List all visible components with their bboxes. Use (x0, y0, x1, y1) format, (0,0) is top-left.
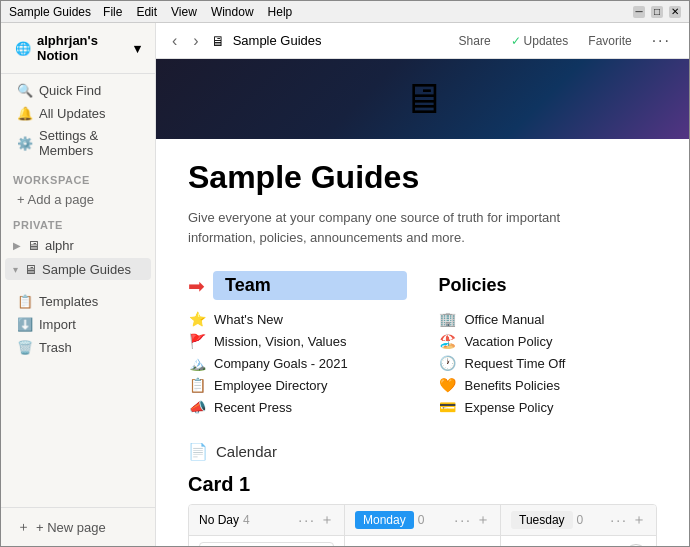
new-page-label: + New page (36, 520, 106, 535)
team-item-whats-new[interactable]: ⭐ What's New (188, 308, 407, 330)
share-button[interactable]: Share (453, 31, 497, 51)
maximize-button[interactable]: □ (651, 6, 663, 18)
sidebar-item-sample-guides[interactable]: ▾ 🖥 Sample Guides (5, 258, 151, 280)
no-day-more-button[interactable]: ··· (298, 512, 316, 528)
sidebar-item-settings[interactable]: ⚙️ Settings & Members (5, 125, 151, 161)
add-page-button[interactable]: + Add a page (5, 189, 151, 210)
kanban-col-no-day: No Day 4 ··· ＋ Card 2 (189, 505, 345, 546)
sidebar: 🌐 alphrjan's Notion ▾ 🔍 Quick Find 🔔 All… (1, 23, 156, 546)
all-updates-label: All Updates (39, 106, 105, 121)
new-page-button[interactable]: ＋ + New page (9, 514, 147, 540)
whats-new-label: What's New (214, 312, 283, 327)
import-label: Import (39, 317, 76, 332)
policies-heading: Policies (439, 271, 507, 300)
menu-edit[interactable]: Edit (136, 5, 157, 19)
tuesday-count: 0 (577, 513, 584, 527)
team-heading: Team (213, 271, 407, 300)
back-button[interactable]: ‹ (168, 30, 181, 52)
hero-banner: 🖥 (156, 59, 689, 139)
sidebar-item-quick-find[interactable]: 🔍 Quick Find (5, 79, 151, 101)
menu-bar: File Edit View Window Help (103, 5, 292, 19)
sidebar-item-templates[interactable]: 📋 Templates (5, 290, 151, 312)
search-icon: 🔍 (17, 82, 33, 98)
kanban-col-no-day-header: No Day 4 ··· ＋ (189, 505, 344, 536)
policy-item-benefits[interactable]: 🧡 Benefits Policies (439, 374, 658, 396)
more-button[interactable]: ··· (646, 29, 677, 53)
updates-button[interactable]: ✓ Updates (505, 31, 575, 51)
menu-window[interactable]: Window (211, 5, 254, 19)
team-item-employee-directory[interactable]: 📋 Employee Directory (188, 374, 407, 396)
chevron-down-icon: ▾ (134, 41, 141, 56)
sidebar-item-import[interactable]: ⬇️ Import (5, 313, 151, 335)
menu-file[interactable]: File (103, 5, 122, 19)
menu-help[interactable]: Help (268, 5, 293, 19)
forward-button[interactable]: › (189, 30, 202, 52)
recent-press-label: Recent Press (214, 400, 292, 415)
clipboard-icon: 📋 (188, 377, 206, 393)
minimize-button[interactable]: ─ (633, 6, 645, 18)
megaphone-icon: 📣 (188, 399, 206, 415)
team-column: ➡ Team ⭐ What's New 🚩 Mission, Vision, V… (188, 271, 407, 418)
trash-label: Trash (39, 340, 72, 355)
workspace-name[interactable]: 🌐 alphrjan's Notion ▾ (9, 29, 147, 67)
page-content: 🖥 Sample Guides Give everyone at your co… (156, 59, 689, 546)
page-icon-alphr: 🖥 (25, 237, 41, 253)
team-items-list: ⭐ What's New 🚩 Mission, Vision, Values 🏔… (188, 308, 407, 418)
team-item-mission[interactable]: 🚩 Mission, Vision, Values (188, 330, 407, 352)
templates-label: Templates (39, 294, 98, 309)
team-item-recent-press[interactable]: 📣 Recent Press (188, 396, 407, 418)
benefits-label: Benefits Policies (465, 378, 560, 393)
team-item-goals[interactable]: 🏔️ Company Goals - 2021 (188, 352, 407, 374)
sidebar-item-alphr[interactable]: ▶ 🖥 alphr (5, 234, 151, 256)
employee-directory-label: Employee Directory (214, 378, 327, 393)
arrow-right-icon: ➡ (188, 274, 205, 298)
sidebar-item-all-updates[interactable]: 🔔 All Updates (5, 102, 151, 124)
template-icon: 📋 (17, 293, 33, 309)
tuesday-more-button[interactable]: ··· (610, 512, 628, 528)
policy-item-office[interactable]: 🏢 Office Manual (439, 308, 658, 330)
close-button[interactable]: ✕ (669, 6, 681, 18)
monday-title: Monday (355, 511, 414, 529)
tuesday-title: Tuesday (511, 511, 573, 529)
card-section-title: Card 1 (188, 473, 657, 496)
two-col-section: ➡ Team ⭐ What's New 🚩 Mission, Vision, V… (188, 271, 657, 418)
tuesday-add-button[interactable]: ＋ (632, 511, 646, 529)
computer-icon: 🖥 (402, 75, 444, 123)
calendar-header: 📄 Calendar (188, 442, 657, 461)
monday-add-button[interactable]: ＋ (476, 511, 490, 529)
sidebar-top: 🌐 alphrjan's Notion ▾ (1, 23, 155, 74)
app-body: 🌐 alphrjan's Notion ▾ 🔍 Quick Find 🔔 All… (1, 23, 689, 546)
card-2-item[interactable]: Card 2 (199, 542, 334, 546)
star-icon: ⭐ (188, 311, 206, 327)
vacation-label: Vacation Policy (465, 334, 553, 349)
kanban-col-monday: Monday 0 ··· ＋ ＋ New (345, 505, 501, 546)
favorite-button[interactable]: Favorite (582, 31, 637, 51)
policy-item-expense[interactable]: 💳 Expense Policy (439, 396, 658, 418)
policies-header-row: Policies (439, 271, 658, 300)
plus-icon: ＋ (17, 518, 30, 536)
monday-add-new-button[interactable]: ＋ New (355, 542, 490, 546)
calendar-label: Calendar (216, 443, 277, 460)
kanban-col-tuesday: Tuesday 0 ··· ＋ ＋ New ? (501, 505, 656, 546)
chevron-down-icon: ▾ (13, 264, 18, 275)
policy-item-time-off[interactable]: 🕐 Request Time Off (439, 352, 658, 374)
gear-icon: ⚙️ (17, 135, 33, 151)
window-controls: ─ □ ✕ (633, 6, 681, 18)
policies-items-list: 🏢 Office Manual 🏖️ Vacation Policy 🕐 Req… (439, 308, 658, 418)
office-manual-label: Office Manual (465, 312, 545, 327)
beach-icon: 🏖️ (439, 333, 457, 349)
card-icon: 💳 (439, 399, 457, 415)
menu-view[interactable]: View (171, 5, 197, 19)
team-header-row: ➡ Team (188, 271, 407, 300)
page-subtitle: Give everyone at your company one source… (188, 208, 608, 247)
no-day-count: 4 (243, 513, 250, 527)
policies-column: Policies 🏢 Office Manual 🏖️ Vacation Pol… (439, 271, 658, 418)
page-icon-sample-guides: 🖥 (22, 261, 38, 277)
tuesday-add-new-button[interactable]: ＋ New (511, 542, 646, 546)
no-day-add-button[interactable]: ＋ (320, 511, 334, 529)
add-page-label: + Add a page (17, 192, 94, 207)
monday-more-button[interactable]: ··· (454, 512, 472, 528)
sidebar-item-trash[interactable]: 🗑️ Trash (5, 336, 151, 358)
kanban-col-tuesday-header: Tuesday 0 ··· ＋ (501, 505, 656, 536)
policy-item-vacation[interactable]: 🏖️ Vacation Policy (439, 330, 658, 352)
